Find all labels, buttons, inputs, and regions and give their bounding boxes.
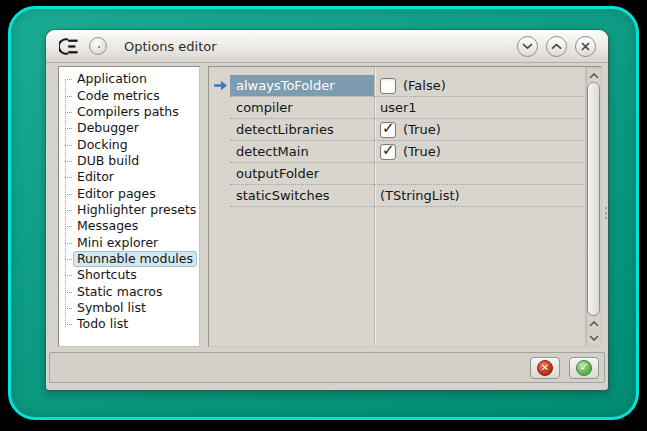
sidebar-item-shortcuts[interactable]: Shortcuts [59,267,199,283]
sidebar-item-label: Debugger [73,120,143,136]
sidebar-item-debugger[interactable]: Debugger [59,120,199,136]
sidebar-item-symbol-list[interactable]: Symbol list [59,300,199,316]
sidebar-item-application[interactable]: Application [59,71,199,87]
property-checkbox[interactable] [380,122,396,138]
scroll-down-icon [589,335,599,341]
options-editor-window: Options editor ApplicationCode metricsCo… [46,30,608,390]
sidebar-item-dub-build[interactable]: DUB build [59,153,199,169]
close-button[interactable] [575,36,596,57]
sidebar-item-static-macros[interactable]: Static macros [59,283,199,299]
scroll-up-icon [589,321,599,327]
vertical-scrollbar[interactable] [585,67,601,346]
property-row-detectlibraries: detectLibraries (True) [230,119,584,141]
property-row-staticswitches: staticSwitches (TStringList) [230,185,584,207]
property-name-cell[interactable]: detectLibraries [230,119,374,140]
sidebar-item-label: Runnable modules [73,251,197,267]
sidebar-item-label: Shortcuts [73,267,141,283]
categories-panel: ApplicationCode metricsCompilers pathsDe… [58,66,200,347]
close-icon [581,42,590,51]
property-value-text: (False) [403,78,446,93]
sidebar-item-label: DUB build [73,153,143,169]
sidebar-item-label: Symbol list [73,300,150,316]
property-name-cell[interactable]: alwaysToFolder [230,75,374,96]
sidebar-item-todo-list[interactable]: Todo list [59,316,199,332]
scroll-down-button[interactable] [587,331,601,344]
property-value-cell[interactable]: (False) [374,75,584,96]
window-buttons [509,36,596,57]
property-checkbox[interactable] [380,78,396,94]
sidebar-item-runnable-modules[interactable]: Runnable modules [59,251,199,267]
categories-list: ApplicationCode metricsCompilers pathsDe… [59,71,199,346]
sidebar-item-label: Application [73,71,151,87]
sidebar-item-highlighter-presets[interactable]: Highlighter presets [59,202,199,218]
sidebar-item-label: Static macros [73,284,166,300]
sidebar-item-compilers-paths[interactable]: Compilers paths [59,104,199,120]
scroll-up-icon [589,73,599,79]
scroll-up-button-bottom[interactable] [587,317,601,330]
property-row-detectmain: detectMain (True) [230,141,584,163]
accept-button[interactable]: ✓ [569,357,599,379]
property-value-text: (True) [403,122,441,137]
sidebar-item-label: Messages [73,218,142,234]
selected-row-arrow-icon [213,80,228,91]
property-value-cell[interactable] [374,163,584,184]
sidebar-item-messages[interactable]: Messages [59,218,199,234]
sidebar-item-label: Docking [73,137,132,153]
sidebar-item-editor[interactable]: Editor [59,169,199,185]
sidebar-item-editor-pages[interactable]: Editor pages [59,185,199,201]
sidebar-item-label: Highlighter presets [73,202,200,218]
property-grid: alwaysToFolder (False) compiler user1 de… [208,66,602,347]
sidebar-item-label: Editor pages [73,186,160,202]
maximize-button[interactable] [546,36,567,57]
property-value-text: (TStringList) [380,188,460,203]
sidebar-item-label: Editor [73,169,118,185]
sidebar-item-label: Compilers paths [73,104,183,120]
property-checkbox[interactable] [380,144,396,160]
bottom-button-bar: ✕ ✓ [49,352,605,383]
sidebar-item-label: Mini explorer [73,235,162,251]
chevron-up-icon [551,43,562,50]
titlebar[interactable]: Options editor [46,30,608,63]
sidebar-item-docking[interactable]: Docking [59,136,199,152]
chevron-down-icon [522,43,533,50]
sidebar-item-label: Code metrics [73,88,164,104]
property-name-cell[interactable]: detectMain [230,141,374,162]
scrollbar-thumb[interactable] [587,82,600,316]
cancel-icon: ✕ [537,360,553,376]
coedit-logo-icon [59,38,80,55]
window-edge-grip[interactable] [605,207,607,219]
property-name-cell[interactable]: outputFolder [230,163,374,184]
property-name-cell[interactable]: staticSwitches [230,185,374,206]
minimize-button[interactable] [517,36,538,57]
ok-icon: ✓ [576,360,592,376]
window-title: Options editor [124,39,217,54]
sidebar-item-label: Todo list [73,316,132,332]
property-value-text: (True) [403,144,441,159]
property-value-cell[interactable]: (TStringList) [374,185,584,206]
property-value-text: user1 [380,100,417,115]
property-row-alwaystofolder: alwaysToFolder (False) [230,75,584,97]
property-name-cell[interactable]: compiler [230,97,374,118]
grid-rows: alwaysToFolder (False) compiler user1 de… [230,75,584,207]
property-value-cell[interactable]: (True) [374,141,584,162]
property-row-compiler: compiler user1 [230,97,584,119]
cancel-button[interactable]: ✕ [530,357,560,379]
sidebar-item-mini-explorer[interactable]: Mini explorer [59,234,199,250]
property-value-cell[interactable]: user1 [374,97,584,118]
sidebar-item-code-metrics[interactable]: Code metrics [59,87,199,103]
property-row-outputfolder: outputFolder [230,163,584,185]
window-menu-button[interactable] [89,37,107,55]
property-value-cell[interactable]: (True) [374,119,584,140]
scroll-up-button[interactable] [587,69,601,82]
